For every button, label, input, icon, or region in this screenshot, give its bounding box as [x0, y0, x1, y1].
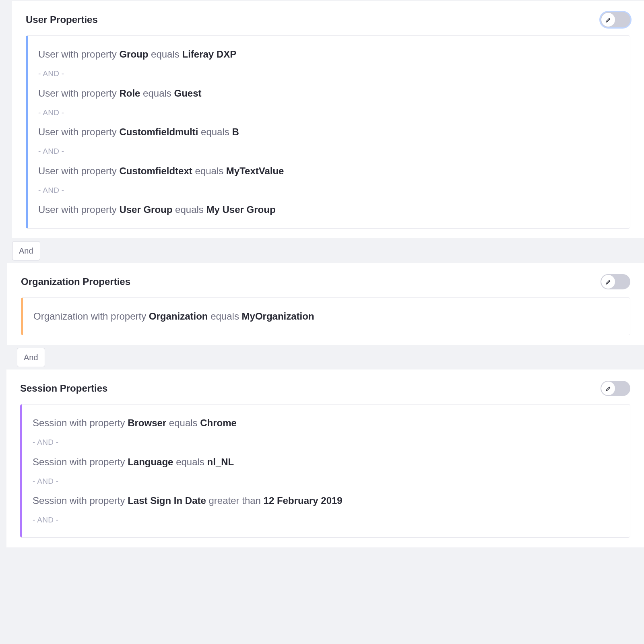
rule-line: User with property Customfieldmulti equa… — [38, 122, 619, 142]
section-title: Organization Properties — [21, 275, 130, 289]
and-separator: - AND - — [33, 511, 619, 529]
rule-line: User with property Customfieldtext equal… — [38, 161, 619, 182]
and-separator: - AND - — [38, 65, 619, 83]
section-title: User Properties — [26, 12, 98, 27]
rules-box: User with property Group equals Liferay … — [26, 35, 630, 229]
section-title: Session Properties — [20, 381, 107, 396]
segment-criteria-wrapper: User Properties User with property Group… — [0, 0, 644, 548]
section-user-properties: User Properties User with property Group… — [12, 1, 644, 239]
between-connector: And — [0, 345, 644, 369]
rules-box: Organization with property Organization … — [21, 297, 630, 335]
rule-line: Session with property Browser equals Chr… — [33, 413, 619, 433]
rule-line: Session with property Last Sign In Date … — [33, 490, 619, 511]
pencil-icon — [601, 275, 615, 289]
rule-line: Session with property Language equals nl… — [33, 452, 619, 473]
between-connector: And — [0, 239, 644, 263]
edit-toggle[interactable] — [601, 12, 630, 27]
rule-line: User with property Role equals Guest — [38, 83, 619, 104]
and-connector-button[interactable]: And — [12, 241, 40, 260]
and-separator: - AND - — [33, 473, 619, 491]
section-header: Session Properties — [20, 381, 630, 396]
section-organization-properties: Organization Properties Organization wit… — [7, 263, 644, 345]
and-separator: - AND - — [33, 433, 619, 452]
pencil-icon — [601, 382, 615, 395]
and-separator: - AND - — [38, 142, 619, 161]
section-header: User Properties — [26, 12, 630, 27]
rules-box: Session with property Browser equals Chr… — [20, 404, 630, 538]
edit-toggle[interactable] — [601, 381, 630, 396]
and-connector-button[interactable]: And — [17, 348, 45, 367]
and-separator: - AND - — [38, 182, 619, 200]
edit-toggle[interactable] — [601, 274, 630, 289]
section-header: Organization Properties — [21, 274, 630, 289]
pencil-icon — [601, 13, 615, 27]
section-session-properties: Session Properties Session with property… — [6, 369, 644, 548]
rule-line: User with property Group equals Liferay … — [38, 44, 619, 65]
rule-line: Organization with property Organization … — [33, 306, 619, 327]
and-separator: - AND - — [38, 104, 619, 122]
rule-line: User with property User Group equals My … — [38, 199, 619, 220]
